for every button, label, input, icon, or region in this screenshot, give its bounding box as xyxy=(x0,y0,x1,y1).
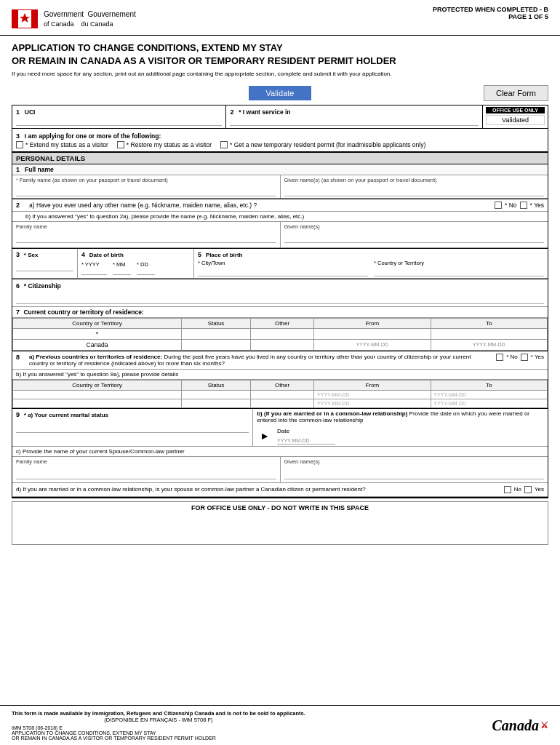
canada-cell: Canada xyxy=(13,339,182,350)
checkboxes-group: * Extend my status as a visitor * Restor… xyxy=(16,141,544,148)
sex-label: * Sex xyxy=(24,252,39,258)
personal-details-header: PERSONAL DETAILS xyxy=(12,152,548,164)
pob-num: 5 xyxy=(198,251,204,258)
validate-button[interactable]: Validate xyxy=(249,86,312,100)
service-input[interactable] xyxy=(230,117,479,126)
prev-to-1: YYYY-MM-DD xyxy=(431,390,547,399)
date-label: Date xyxy=(277,428,335,434)
other-names-label: a) Have you ever used any other name (e.… xyxy=(29,202,490,209)
section-citizenship: 6 * Citizenship xyxy=(12,279,548,307)
no-label-2a: * No xyxy=(505,202,517,209)
checkbox-restore-box[interactable] xyxy=(117,141,124,148)
prev-yes-no: * No * Yes xyxy=(496,354,544,361)
prev-row-1: YYYY-MM-DD YYYY-MM-DD xyxy=(13,390,548,399)
citizenship-label: * Citizenship xyxy=(24,282,61,290)
sex-cell: 3 * Sex xyxy=(12,249,78,278)
canada-flag-small: ⚔ xyxy=(540,720,548,730)
col-country-header: Country or Territory xyxy=(13,318,182,328)
prev-status-1[interactable] xyxy=(182,390,251,399)
other-family-input[interactable] xyxy=(16,231,276,243)
canada-flag-icon xyxy=(12,6,38,32)
sex-input[interactable] xyxy=(16,263,73,271)
other-family-name-cell: Family name xyxy=(12,222,281,247)
checkbox-permit-box[interactable] xyxy=(220,141,228,148)
service-label: * I want service in xyxy=(239,108,290,116)
city-label: * City/Town xyxy=(198,260,368,266)
marital-9b-label: b) (If you are married or in a common-la… xyxy=(257,410,544,423)
marital-date-input[interactable]: YYYY-MM-DD xyxy=(277,436,335,445)
residence-table-header: Country or Territory Status Other From T… xyxy=(13,318,548,328)
spouse-family-input[interactable] xyxy=(16,466,276,479)
spouse-header: c) Provide the name of your current Spou… xyxy=(12,447,548,457)
row-uci-service: 1 UCI 2 * I want service in OFFICE USE O… xyxy=(12,105,548,129)
other-names-num: 2 xyxy=(16,202,25,209)
pob-country-input[interactable] xyxy=(374,268,544,276)
prev-col-to: To xyxy=(431,380,547,390)
prev-country-2[interactable] xyxy=(13,399,182,407)
prev-col-other: Other xyxy=(251,380,314,390)
citizenship-input[interactable] xyxy=(16,292,544,304)
applying-num: 3 xyxy=(16,132,20,140)
canada-status xyxy=(182,339,251,350)
other-name-fields: Family name Given name(s) xyxy=(12,222,548,248)
given-names-input[interactable] xyxy=(284,185,545,196)
dob-mm-input[interactable] xyxy=(113,268,131,275)
other-given-label: Given name(s) xyxy=(284,223,545,230)
dob-mm: * MM xyxy=(113,261,131,275)
uci-num: 1 xyxy=(16,108,20,116)
prev-num: 8 xyxy=(16,354,25,361)
other-empty xyxy=(251,328,314,339)
col-from-header: From xyxy=(314,318,431,328)
prev-other-1[interactable] xyxy=(251,390,314,399)
prev-status-2[interactable] xyxy=(182,399,251,407)
footer-form-num: IMM 5708 (06-2018) E APPLICATION TO CHAN… xyxy=(12,725,305,741)
checkbox-permit: * Get a new temporary resident permit (f… xyxy=(220,141,425,148)
canada-from: YYYY-MM-DD xyxy=(314,339,431,350)
yes-checkbox-2a[interactable] xyxy=(520,202,527,209)
no-checkbox-2a[interactable] xyxy=(495,202,502,209)
residence-num: 7 xyxy=(16,308,22,316)
checkbox-extend-box[interactable] xyxy=(16,141,23,148)
prev-country-1[interactable] xyxy=(13,390,182,399)
svg-rect-5 xyxy=(12,28,38,28)
family-name-cell: * Family name (as shown on your passport… xyxy=(12,175,281,198)
prev-row-2: YYYY-MM-DD YYYY-MM-DD xyxy=(13,399,548,407)
marital-num: 9 xyxy=(16,411,22,418)
clear-form-button[interactable]: Clear Form xyxy=(484,85,548,101)
validated-box: Validated xyxy=(486,115,545,125)
spouse-given-input[interactable] xyxy=(284,466,545,479)
uci-label: UCI xyxy=(25,108,36,116)
prev-countries-table: Country or Territory Status Other From T… xyxy=(12,380,548,408)
checkbox-permit-label: * Get a new temporary resident permit (f… xyxy=(230,141,425,148)
prev-other-2[interactable] xyxy=(251,399,314,407)
city-input[interactable] xyxy=(198,268,368,276)
svg-rect-4 xyxy=(12,9,38,10)
header-left: Government Gouvernement of Canada du Can… xyxy=(12,6,136,32)
yes-no-group: * No * Yes xyxy=(495,202,544,209)
given-names-cell: Given name(s) (as shown on your passport… xyxy=(281,175,548,198)
residence-label: Current country or territory of residenc… xyxy=(23,308,143,316)
dob-label: Date of birth xyxy=(89,252,124,258)
svg-rect-2 xyxy=(31,10,38,28)
section-other-names: 2 a) Have you ever used any other name (… xyxy=(12,199,548,249)
no-checkbox-9d[interactable] xyxy=(504,486,511,493)
uci-input[interactable] xyxy=(16,117,222,126)
canada-to: YYYY-MM-DD xyxy=(431,339,547,350)
citizenship-num: 6 xyxy=(16,282,22,290)
dob-yyyy-input[interactable] xyxy=(81,268,107,275)
yes-checkbox-8a[interactable] xyxy=(521,354,528,361)
pob-city-field: * City/Town xyxy=(198,260,368,276)
protection-label: PROTECTED WHEN COMPLETED - B PAGE 1 OF 5 xyxy=(433,6,548,20)
page-footer: This form is made available by Immigrati… xyxy=(0,705,560,745)
yes-checkbox-9d[interactable] xyxy=(524,486,532,493)
marital-left: 9 * a) Your current marital status xyxy=(12,409,253,446)
from-empty xyxy=(314,328,431,339)
no-checkbox-8a[interactable] xyxy=(496,354,503,361)
other-given-input[interactable] xyxy=(284,231,545,243)
section-fullname: 1 Full name * Family name (as shown on y… xyxy=(12,164,548,199)
status-empty xyxy=(182,328,251,339)
office-use-title: OFFICE USE ONLY xyxy=(486,107,545,113)
marital-input[interactable] xyxy=(16,424,249,433)
family-name-input[interactable] xyxy=(16,185,276,196)
dob-dd-input[interactable] xyxy=(137,268,155,275)
